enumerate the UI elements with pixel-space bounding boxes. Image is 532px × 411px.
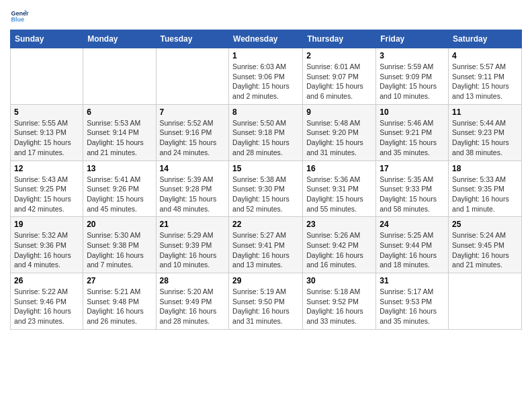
- day-cell: [449, 273, 522, 330]
- day-info: Sunrise: 5:52 AM Sunset: 9:16 PM Dayligh…: [160, 118, 226, 158]
- day-header-friday: Friday: [376, 30, 449, 48]
- day-number: 26: [14, 276, 79, 285]
- day-cell: 4Sunrise: 5:57 AM Sunset: 9:11 PM Daylig…: [449, 48, 522, 105]
- day-header-monday: Monday: [83, 30, 156, 48]
- day-cell: 24Sunrise: 5:25 AM Sunset: 9:44 PM Dayli…: [376, 217, 449, 273]
- day-info: Sunrise: 5:30 AM Sunset: 9:38 PM Dayligh…: [87, 230, 152, 270]
- day-header-thursday: Thursday: [303, 30, 376, 48]
- day-number: 21: [160, 220, 226, 229]
- day-info: Sunrise: 5:32 AM Sunset: 9:36 PM Dayligh…: [14, 230, 79, 270]
- day-info: Sunrise: 5:33 AM Sunset: 9:35 PM Dayligh…: [452, 175, 518, 214]
- day-info: Sunrise: 5:46 AM Sunset: 9:21 PM Dayligh…: [380, 118, 445, 158]
- day-cell: 20Sunrise: 5:30 AM Sunset: 9:38 PM Dayli…: [83, 217, 156, 273]
- day-info: Sunrise: 5:26 AM Sunset: 9:42 PM Dayligh…: [306, 230, 372, 270]
- day-cell: 6Sunrise: 5:53 AM Sunset: 9:14 PM Daylig…: [83, 104, 156, 161]
- day-header-saturday: Saturday: [449, 30, 522, 48]
- header: General Blue: [10, 7, 522, 26]
- day-info: Sunrise: 5:22 AM Sunset: 9:46 PM Dayligh…: [14, 287, 79, 326]
- day-number: 28: [160, 276, 226, 285]
- day-info: Sunrise: 5:18 AM Sunset: 9:52 PM Dayligh…: [306, 287, 372, 326]
- day-info: Sunrise: 5:25 AM Sunset: 9:44 PM Dayligh…: [380, 230, 445, 270]
- day-cell: 25Sunrise: 5:24 AM Sunset: 9:45 PM Dayli…: [449, 217, 522, 273]
- svg-text:Blue: Blue: [11, 16, 24, 23]
- week-row-1: 1Sunrise: 6:03 AM Sunset: 9:06 PM Daylig…: [11, 48, 522, 105]
- calendar-table: SundayMondayTuesdayWednesdayThursdayFrid…: [10, 30, 522, 330]
- day-info: Sunrise: 5:27 AM Sunset: 9:41 PM Dayligh…: [232, 230, 299, 270]
- day-info: Sunrise: 6:03 AM Sunset: 9:06 PM Dayligh…: [232, 62, 299, 101]
- day-number: 27: [87, 276, 152, 285]
- day-number: 9: [306, 107, 372, 117]
- day-info: Sunrise: 5:48 AM Sunset: 9:20 PM Dayligh…: [306, 118, 372, 158]
- day-cell: [83, 48, 156, 105]
- day-header-wednesday: Wednesday: [229, 30, 303, 48]
- day-info: Sunrise: 5:35 AM Sunset: 9:33 PM Dayligh…: [380, 175, 445, 214]
- week-row-5: 26Sunrise: 5:22 AM Sunset: 9:46 PM Dayli…: [11, 273, 522, 330]
- day-cell: 10Sunrise: 5:46 AM Sunset: 9:21 PM Dayli…: [376, 104, 449, 161]
- day-info: Sunrise: 5:59 AM Sunset: 9:09 PM Dayligh…: [380, 62, 445, 101]
- week-row-2: 5Sunrise: 5:55 AM Sunset: 9:13 PM Daylig…: [11, 104, 522, 161]
- day-info: Sunrise: 5:50 AM Sunset: 9:18 PM Dayligh…: [232, 118, 299, 158]
- day-cell: 11Sunrise: 5:44 AM Sunset: 9:23 PM Dayli…: [449, 104, 522, 161]
- day-cell: 14Sunrise: 5:39 AM Sunset: 9:28 PM Dayli…: [156, 161, 229, 217]
- day-info: Sunrise: 5:41 AM Sunset: 9:26 PM Dayligh…: [87, 175, 152, 214]
- day-cell: 26Sunrise: 5:22 AM Sunset: 9:46 PM Dayli…: [11, 273, 83, 330]
- day-info: Sunrise: 6:01 AM Sunset: 9:07 PM Dayligh…: [306, 62, 372, 101]
- day-cell: 30Sunrise: 5:18 AM Sunset: 9:52 PM Dayli…: [303, 273, 376, 330]
- day-number: 14: [160, 164, 226, 173]
- day-info: Sunrise: 5:29 AM Sunset: 9:39 PM Dayligh…: [160, 230, 226, 270]
- day-number: 15: [232, 164, 299, 173]
- day-number: 18: [452, 164, 518, 173]
- day-number: 20: [87, 220, 152, 229]
- day-cell: 9Sunrise: 5:48 AM Sunset: 9:20 PM Daylig…: [303, 104, 376, 161]
- logo-icon: General Blue: [10, 7, 29, 26]
- day-cell: 7Sunrise: 5:52 AM Sunset: 9:16 PM Daylig…: [156, 104, 229, 161]
- day-number: 5: [14, 107, 79, 117]
- day-info: Sunrise: 5:24 AM Sunset: 9:45 PM Dayligh…: [452, 230, 518, 270]
- day-number: 31: [380, 276, 445, 285]
- day-header-tuesday: Tuesday: [156, 30, 229, 48]
- day-cell: 17Sunrise: 5:35 AM Sunset: 9:33 PM Dayli…: [376, 161, 449, 217]
- day-number: 25: [452, 220, 518, 229]
- day-number: 11: [452, 107, 518, 117]
- header-row: SundayMondayTuesdayWednesdayThursdayFrid…: [11, 30, 522, 48]
- day-cell: 13Sunrise: 5:41 AM Sunset: 9:26 PM Dayli…: [83, 161, 156, 217]
- day-info: Sunrise: 5:36 AM Sunset: 9:31 PM Dayligh…: [306, 175, 372, 214]
- day-cell: 23Sunrise: 5:26 AM Sunset: 9:42 PM Dayli…: [303, 217, 376, 273]
- day-number: 29: [232, 276, 299, 285]
- day-cell: 12Sunrise: 5:43 AM Sunset: 9:25 PM Dayli…: [11, 161, 83, 217]
- day-cell: 18Sunrise: 5:33 AM Sunset: 9:35 PM Dayli…: [449, 161, 522, 217]
- day-number: 12: [14, 164, 79, 173]
- day-cell: 5Sunrise: 5:55 AM Sunset: 9:13 PM Daylig…: [11, 104, 83, 161]
- day-info: Sunrise: 5:17 AM Sunset: 9:53 PM Dayligh…: [380, 287, 445, 326]
- day-info: Sunrise: 5:53 AM Sunset: 9:14 PM Dayligh…: [87, 118, 152, 158]
- day-cell: 27Sunrise: 5:21 AM Sunset: 9:48 PM Dayli…: [83, 273, 156, 330]
- day-info: Sunrise: 5:44 AM Sunset: 9:23 PM Dayligh…: [452, 118, 518, 158]
- day-cell: 16Sunrise: 5:36 AM Sunset: 9:31 PM Dayli…: [303, 161, 376, 217]
- day-cell: 2Sunrise: 6:01 AM Sunset: 9:07 PM Daylig…: [303, 48, 376, 105]
- day-info: Sunrise: 5:21 AM Sunset: 9:48 PM Dayligh…: [87, 287, 152, 326]
- day-cell: 8Sunrise: 5:50 AM Sunset: 9:18 PM Daylig…: [229, 104, 303, 161]
- day-number: 2: [306, 51, 372, 60]
- day-cell: 29Sunrise: 5:19 AM Sunset: 9:50 PM Dayli…: [229, 273, 303, 330]
- day-number: 23: [306, 220, 372, 229]
- day-cell: 21Sunrise: 5:29 AM Sunset: 9:39 PM Dayli…: [156, 217, 229, 273]
- logo: General Blue: [10, 7, 32, 26]
- day-cell: 15Sunrise: 5:38 AM Sunset: 9:30 PM Dayli…: [229, 161, 303, 217]
- day-cell: 31Sunrise: 5:17 AM Sunset: 9:53 PM Dayli…: [376, 273, 449, 330]
- day-number: 6: [87, 107, 152, 117]
- day-cell: [156, 48, 229, 105]
- day-number: 30: [306, 276, 372, 285]
- day-number: 22: [232, 220, 299, 229]
- day-number: 24: [380, 220, 445, 229]
- day-number: 17: [380, 164, 445, 173]
- day-info: Sunrise: 5:55 AM Sunset: 9:13 PM Dayligh…: [14, 118, 79, 158]
- day-number: 4: [452, 51, 518, 60]
- day-header-sunday: Sunday: [11, 30, 83, 48]
- week-row-4: 19Sunrise: 5:32 AM Sunset: 9:36 PM Dayli…: [11, 217, 522, 273]
- day-number: 13: [87, 164, 152, 173]
- day-number: 19: [14, 220, 79, 229]
- week-row-3: 12Sunrise: 5:43 AM Sunset: 9:25 PM Dayli…: [11, 161, 522, 217]
- day-number: 7: [160, 107, 226, 117]
- day-info: Sunrise: 5:19 AM Sunset: 9:50 PM Dayligh…: [232, 287, 299, 326]
- day-cell: 28Sunrise: 5:20 AM Sunset: 9:49 PM Dayli…: [156, 273, 229, 330]
